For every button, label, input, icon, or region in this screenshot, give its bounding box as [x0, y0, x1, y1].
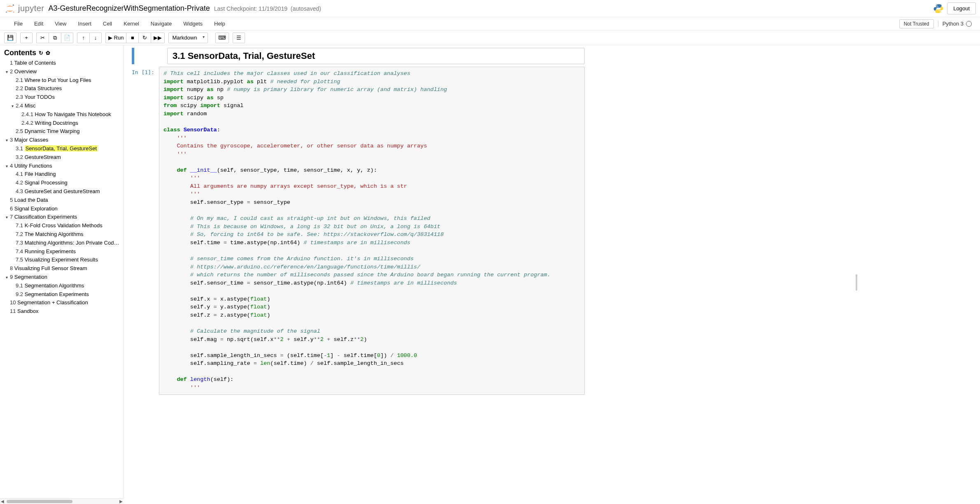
- toc-item[interactable]: 7.5 Visualizing Experiment Results: [4, 256, 121, 264]
- toc-number: 3: [10, 137, 14, 143]
- toc-item[interactable]: 7.2 The Matching Algorithms: [4, 230, 121, 239]
- menu-cell[interactable]: Cell: [97, 18, 118, 29]
- jupyter-logo[interactable]: jupyter: [4, 3, 44, 14]
- toc-label: SensorData, Trial, GestureSet: [25, 145, 98, 152]
- toc-item[interactable]: 7.4 Running Experiments: [4, 247, 121, 256]
- toc-item[interactable]: 4.2 Signal Processing: [4, 179, 121, 187]
- toc-label: How To Navigate This Notebook: [35, 111, 111, 117]
- caret-icon[interactable]: ▾: [6, 137, 10, 144]
- toc-item[interactable]: 2.3 Your TODOs: [4, 93, 121, 102]
- notebook-title[interactable]: A3-GestureRecognizerWithSegmentation-Pri…: [49, 4, 210, 13]
- toc-item[interactable]: 4.3 GestureSet and GestureStream: [4, 187, 121, 196]
- caret-icon[interactable]: ▾: [12, 103, 16, 110]
- copy-button[interactable]: ⧉: [49, 33, 61, 43]
- menu-help[interactable]: Help: [208, 18, 231, 29]
- menu-view[interactable]: View: [49, 18, 72, 29]
- toc-number: 2.3: [16, 94, 24, 100]
- menu-navigate[interactable]: Navigate: [145, 18, 177, 29]
- toc-refresh-icon[interactable]: ↻: [39, 50, 43, 56]
- toc-number: 2.4.1: [21, 111, 35, 117]
- save-button[interactable]: 💾: [4, 33, 16, 43]
- toc-label: GestureSet and GestureStream: [25, 188, 100, 194]
- toc-item[interactable]: 4.1 File Handling: [4, 170, 121, 179]
- menu-kernel[interactable]: Kernel: [118, 18, 145, 29]
- toc-item[interactable]: ▾2.4 Misc: [4, 102, 121, 110]
- toc-item[interactable]: 9.2 Segmentation Experiments: [4, 290, 121, 299]
- toc-item[interactable]: ▾3 Major Classes: [4, 136, 121, 145]
- toc-item[interactable]: ▾7 Classification Experiments: [4, 213, 121, 222]
- toc-label: Overview: [14, 68, 37, 75]
- toc-item[interactable]: 1 Table of Contents: [4, 59, 121, 68]
- toc-label: Sandbox: [17, 308, 38, 314]
- menu-insert[interactable]: Insert: [72, 18, 97, 29]
- header: jupyter A3-GestureRecognizerWithSegmenta…: [0, 0, 980, 17]
- add-cell-button[interactable]: +: [20, 33, 33, 43]
- svg-point-2: [13, 12, 14, 12]
- toc-item[interactable]: 2.4.2 Writing Docstrings: [4, 119, 121, 128]
- trust-button[interactable]: Not Trusted: [899, 19, 934, 28]
- toc-item[interactable]: 3.1 SensorData, Trial, GestureSet: [4, 145, 121, 153]
- notebook-area[interactable]: 3.1 SensorData, Trial, GestureSet In [1]…: [124, 45, 980, 503]
- toc-number: 7.5: [16, 257, 25, 263]
- toc-item[interactable]: 11 Sandbox: [4, 307, 121, 316]
- toc-number: 2.1: [16, 77, 25, 83]
- caret-icon[interactable]: ▾: [6, 163, 10, 170]
- brand-text: jupyter: [18, 4, 44, 13]
- toc-item[interactable]: 7.1 K-Fold Cross Validation Methods: [4, 222, 121, 230]
- toc-item[interactable]: 2.4.1 How To Navigate This Notebook: [4, 110, 121, 119]
- toc-item[interactable]: 2.2 Data Structures: [4, 84, 121, 93]
- caret-icon[interactable]: ▾: [6, 69, 10, 75]
- toc-number: 1: [10, 60, 14, 66]
- toc-number: 10: [10, 299, 17, 306]
- cell-type-select[interactable]: Markdown: [168, 33, 208, 43]
- toc-item[interactable]: 5 Load the Data: [4, 196, 121, 205]
- command-palette-button[interactable]: ⌨: [215, 33, 229, 43]
- code-cell[interactable]: In [1]: ▶| # This cell includes the majo…: [132, 67, 585, 395]
- logout-button[interactable]: Logout: [947, 2, 976, 14]
- restart-run-all-button[interactable]: ▶▶: [151, 33, 165, 43]
- scrollbar-thumb[interactable]: [7, 500, 72, 503]
- kernel-indicator[interactable]: Python 3: [938, 21, 972, 27]
- toc-number: 11: [10, 308, 17, 314]
- toc-item[interactable]: 10 Segmentation + Classification: [4, 299, 121, 307]
- toc-item[interactable]: 2.5 Dynamic Time Warping: [4, 127, 121, 136]
- toc-number: 2.4: [16, 103, 25, 109]
- restart-button[interactable]: ↻: [138, 33, 151, 43]
- menu-widgets[interactable]: Widgets: [177, 18, 208, 29]
- toc-item[interactable]: ▾4 Utility Functions: [4, 162, 121, 170]
- code-editor[interactable]: # This cell includes the major classes u…: [159, 67, 585, 395]
- toc-number: 4: [10, 163, 14, 169]
- paste-button[interactable]: 📄: [61, 33, 73, 43]
- toc-number: 7.2: [16, 231, 24, 237]
- toc-item[interactable]: 3.2 GestureStream: [4, 153, 121, 162]
- scroll-right-icon[interactable]: ▶: [119, 499, 123, 503]
- toc-toggle-button[interactable]: ☰: [233, 33, 245, 43]
- sidebar-scrollbar[interactable]: ◀ ▶: [0, 498, 124, 503]
- move-down-button[interactable]: ↓: [89, 33, 102, 43]
- stop-button[interactable]: ■: [126, 33, 138, 43]
- toc-item[interactable]: 9.1 Segmentation Algorithms: [4, 282, 121, 290]
- toc-number: 2.2: [16, 85, 25, 91]
- toc-settings-icon[interactable]: ✿: [46, 50, 50, 56]
- caret-icon[interactable]: ▾: [6, 274, 10, 281]
- toc-item[interactable]: 7.3 Matching Algorithms: Jon Private Cod…: [4, 239, 121, 247]
- toc-label: Your TODOs: [24, 94, 54, 100]
- toc-item[interactable]: ▾9 Segmentation: [4, 273, 121, 282]
- scroll-left-icon[interactable]: ◀: [1, 499, 4, 503]
- menu-edit[interactable]: Edit: [28, 18, 49, 29]
- toc-item[interactable]: 2.1 Where to Put Your Log Files: [4, 76, 121, 85]
- run-button[interactable]: ▶ Run: [105, 33, 126, 43]
- menu-items: FileEditViewInsertCellKernelNavigateWidg…: [8, 18, 231, 29]
- toc-item[interactable]: 8 Visualizing Full Sensor Stream: [4, 264, 121, 273]
- caret-icon[interactable]: ▾: [6, 214, 10, 221]
- cut-button[interactable]: ✂: [36, 33, 49, 43]
- sidebar-resize-handle[interactable]: [856, 274, 857, 291]
- markdown-cell[interactable]: 3.1 SensorData, Trial, GestureSet: [132, 48, 585, 64]
- toc-item[interactable]: ▾2 Overview: [4, 68, 121, 76]
- toc-item[interactable]: 6 Signal Exploration: [4, 205, 121, 213]
- menu-file[interactable]: File: [8, 18, 28, 29]
- move-up-button[interactable]: ↑: [77, 33, 89, 43]
- checkpoint-text: Last Checkpoint: 11/19/2019 (autosaved): [214, 5, 321, 12]
- toc-label: Segmentation Algorithms: [25, 282, 84, 289]
- toc-number: 3.2: [16, 154, 25, 160]
